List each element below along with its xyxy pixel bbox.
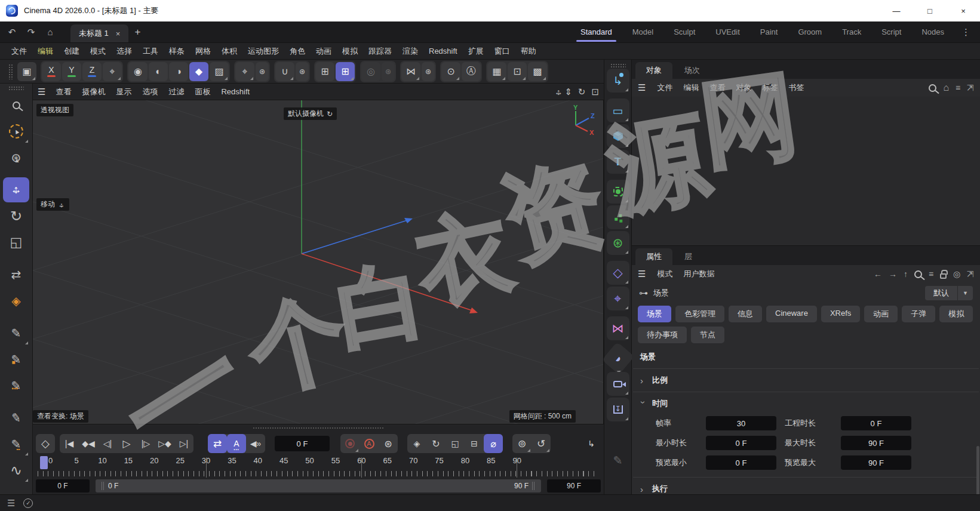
om-search-icon[interactable] [929, 84, 936, 92]
key-auto-tangent-icon[interactable]: ↺ [532, 434, 551, 453]
falloff-gear-icon[interactable]: ⊛ [382, 62, 395, 81]
layout-tab-script[interactable]: Script [871, 21, 911, 42]
am-filter-icon[interactable]: ≡ [929, 269, 933, 279]
om-filter-icon[interactable]: ≡ [956, 83, 960, 93]
scale-tool[interactable]: ◱ [3, 230, 29, 255]
tab-close-icon[interactable]: × [116, 29, 121, 38]
record-active-objects-button[interactable] [340, 434, 360, 453]
axis-y-toggle[interactable]: Y [62, 62, 81, 81]
menu-tracker[interactable]: 跟踪器 [363, 46, 397, 57]
menu-volume[interactable]: 体积 [216, 46, 242, 57]
minimize-button[interactable]: — [880, 0, 913, 21]
chip-animation[interactable]: 动画 [864, 306, 898, 322]
edges-mode-icon[interactable]: ◐ [149, 62, 168, 81]
render-picture-viewer-icon[interactable]: ⊡ [508, 62, 527, 81]
orbit-view-icon[interactable]: ↻ [578, 87, 586, 97]
spline-primitive-tool[interactable]: ✎■ [3, 347, 29, 372]
am-forward-icon[interactable]: → [889, 269, 897, 279]
viewport-menu-icon[interactable]: ☰ [38, 87, 45, 97]
axis-x-toggle[interactable]: X [42, 62, 61, 81]
om-menu-bookmarks[interactable]: 书签 [783, 82, 809, 93]
layout-tab-groom[interactable]: Groom [788, 21, 832, 42]
goto-end-button[interactable]: ▷| [174, 434, 193, 453]
model-mode-icon[interactable]: ◆ [189, 62, 208, 81]
key-scale-toggle[interactable]: ◱ [446, 434, 465, 453]
status-menu-icon[interactable]: ☰ [7, 498, 15, 509]
menu-simulate[interactable]: 模拟 [337, 46, 363, 57]
am-menu-mode[interactable]: 模式 [652, 269, 678, 279]
vp-menu-redshift[interactable]: Redshift [216, 87, 255, 96]
goto-start-button[interactable]: |◀ [60, 434, 79, 453]
strip-grip[interactable] [610, 63, 626, 67]
loop-playback-button[interactable]: ⇄ [208, 434, 227, 453]
range-end-field[interactable]: 90 F [547, 479, 601, 492]
maximize-view-icon[interactable]: ⊡ [591, 87, 599, 97]
autokey-button[interactable]: A [360, 434, 379, 453]
annotate-pencil-icon[interactable]: ✎ [607, 448, 629, 472]
menu-select[interactable]: 选择 [111, 46, 137, 57]
grid-icon[interactable]: ⊞ [315, 62, 334, 81]
menu-character[interactable]: 角色 [284, 46, 311, 57]
am-back-icon[interactable]: ← [874, 269, 882, 279]
redo-icon[interactable]: ↷ [23, 24, 39, 40]
om-menu-view[interactable]: 查看 [704, 82, 730, 93]
menu-create[interactable]: 创建 [59, 46, 85, 57]
menu-help[interactable]: 帮助 [515, 46, 542, 57]
key-rotation-toggle[interactable]: ↻ [426, 434, 446, 453]
file-tool-icon[interactable]: ▣ [17, 62, 36, 81]
sketch-pen-tool[interactable]: ✎╍ [3, 432, 29, 457]
om-menu-edit[interactable]: 编辑 [678, 82, 704, 93]
symmetry-tool-icon[interactable]: ⋈ [401, 62, 420, 81]
om-menu-tags[interactable]: 标签 [757, 82, 783, 93]
cloner-icon[interactable]: ■ [607, 205, 629, 229]
preview-range-slider[interactable]: 0 F 90 F [96, 479, 541, 492]
attribute-scrollbar[interactable] [976, 446, 979, 494]
min-time-field[interactable]: 0 F [706, 436, 776, 450]
document-tab[interactable]: 未标题 1 × [70, 24, 128, 42]
menu-mesh[interactable]: 网格 [190, 46, 216, 57]
camera-label[interactable]: 默认摄像机 ↻ [284, 107, 337, 120]
live-selection-tool[interactable]: ▲ [3, 119, 29, 144]
om-menu-file[interactable]: 文件 [652, 82, 678, 93]
cube-primitive-icon[interactable] [607, 124, 629, 148]
key-position-toggle[interactable]: ◈ [407, 434, 426, 453]
rectangle-spline-icon[interactable]: ▭ [607, 98, 629, 122]
section-execution[interactable]: ›执行 [632, 478, 980, 494]
vp-menu-display[interactable]: 显示 [110, 87, 137, 97]
timeline-splitter[interactable] [33, 424, 604, 432]
move-tool[interactable]: ↔↕ [3, 177, 29, 202]
camera-swap-icon[interactable]: ↻ [327, 110, 333, 118]
menu-file[interactable]: 文件 [6, 46, 32, 57]
keyframe-settings-gear-icon[interactable]: ⊛ [379, 434, 398, 453]
range-right-grip[interactable] [532, 482, 535, 490]
rotate-tool[interactable]: ↻ [3, 204, 29, 229]
chip-todo[interactable]: 待办事项 [638, 327, 687, 343]
chip-info[interactable]: 信息 [729, 306, 762, 322]
am-menu-userdata[interactable]: 用户数据 [678, 269, 720, 279]
layout-tab-track[interactable]: Track [832, 21, 871, 42]
toolbar-grip[interactable] [8, 64, 13, 79]
viewport-canvas[interactable]: 透视视图 默认摄像机 ↻ 移动 ↔↕ [33, 100, 604, 424]
multi-transform-tool[interactable]: ◈ [3, 288, 29, 313]
key-parameter-toggle[interactable]: ⊟ [465, 434, 484, 453]
menu-window[interactable]: 窗口 [489, 46, 515, 57]
max-time-field[interactable]: 90 F [841, 436, 911, 450]
layout-tab-standard[interactable]: Standard [570, 21, 622, 42]
menu-redshift[interactable]: Redshift [423, 47, 463, 56]
record-keyframe-button[interactable]: ◇ [36, 434, 55, 453]
timeline-extra-icon[interactable]: ↳ [582, 434, 601, 453]
chip-cineware[interactable]: Cineware [766, 306, 817, 322]
auto-mode-icon[interactable]: Ⓐ [462, 62, 481, 81]
fps-field[interactable]: 30 [706, 416, 776, 430]
menu-mograph[interactable]: 运动图形 [242, 46, 284, 57]
om-new-window-icon[interactable]: ⇱ [967, 83, 974, 93]
field-icon[interactable] [607, 180, 629, 204]
polygons-mode-icon[interactable]: ◑ [169, 62, 188, 81]
am-menu-icon[interactable]: ☰ [638, 269, 646, 279]
undo-icon[interactable]: ↶ [4, 24, 20, 40]
axis-z-toggle[interactable]: Z [82, 62, 102, 81]
preset-dropdown[interactable]: 默认 ▼ [925, 286, 973, 300]
timeline-ruler[interactable]: 051015202530354045505560657075808590 [33, 455, 604, 478]
add-tab-button[interactable]: + [128, 21, 146, 42]
menu-animate[interactable]: 动画 [311, 46, 337, 57]
